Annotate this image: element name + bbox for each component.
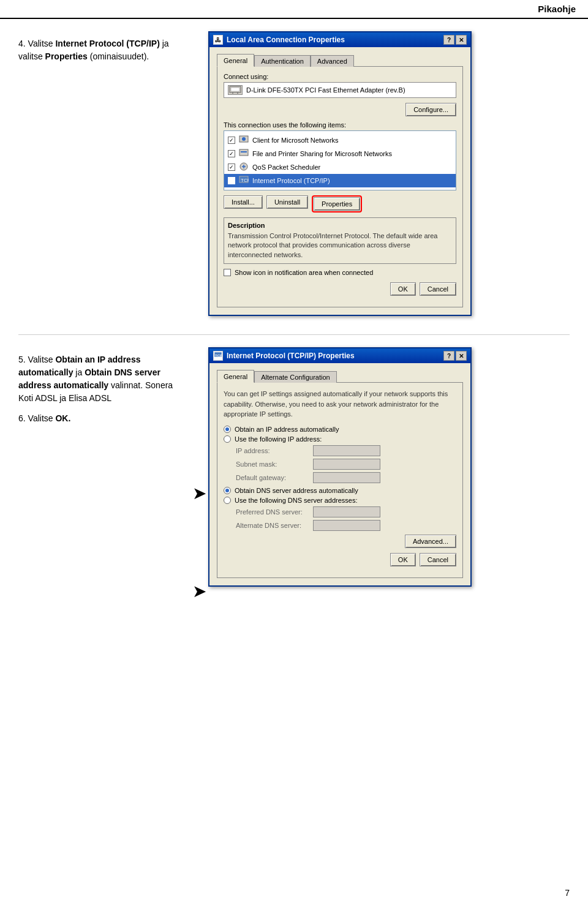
dialog-2-ok-cancel: OK Cancel	[224, 553, 456, 566]
radio-manual-dns-input[interactable]	[224, 497, 231, 504]
tcpip-properties-dialog: ➤ ➤ TCP Internet Protocol (TCP/IP) Prope…	[208, 347, 472, 587]
section-separator	[18, 334, 570, 335]
advanced-button[interactable]: Advanced...	[405, 535, 456, 548]
radio-obtain-dns-input[interactable]	[224, 487, 231, 494]
svg-text:TCP: TCP	[241, 178, 249, 183]
show-icon-label: Show icon in notification area when conn…	[235, 269, 373, 276]
item-2-checkbox[interactable]	[228, 164, 235, 171]
subnet-mask-label: Subnet mask:	[236, 461, 309, 468]
svg-point-5	[242, 137, 246, 141]
close-btn-2[interactable]: ✕	[456, 351, 467, 361]
gateway-label: Default gateway:	[236, 474, 309, 481]
item-1-checkbox[interactable]	[228, 150, 235, 157]
tab-advanced[interactable]: Advanced	[311, 55, 354, 67]
svg-rect-7	[241, 151, 247, 152]
list-item-3[interactable]: TCP Internet Protocol (TCP/IP)	[224, 174, 456, 187]
action-buttons: Install... Uninstall Properties	[224, 195, 456, 212]
section-4-text: 4. Valitse Internet Protocol (TCP/IP) ja…	[18, 31, 190, 67]
dialog-titlebar-1: 🖧 Local Area Connection Properties ? ✕	[209, 32, 470, 47]
description-text: Transmission Control Protocol/Internet P…	[228, 231, 452, 260]
list-item-1: File and Printer Sharing for Microsoft N…	[224, 147, 456, 160]
ip-address-row: IP address:	[236, 445, 456, 456]
network-adapter-icon	[228, 85, 243, 95]
help-btn-2[interactable]: ?	[443, 351, 454, 361]
subnet-mask-row: Subnet mask:	[236, 459, 456, 470]
ip-fields-group: IP address: Subnet mask: Default gateway…	[236, 445, 456, 483]
alternate-dns-row: Alternate DNS server:	[236, 520, 456, 531]
info-text: You can get IP settings assigned automat…	[224, 389, 456, 419]
dialog-2-ok-button[interactable]: OK	[390, 553, 416, 566]
lan-properties-dialog: 🖧 Local Area Connection Properties ? ✕ G…	[208, 31, 472, 316]
radio-obtain-ip-label: Obtain an IP address automatically	[235, 426, 339, 433]
items-label: This connection uses the following items…	[224, 121, 456, 129]
dialog-1-ok-cancel: OK Cancel	[224, 282, 456, 296]
page-header: Pikaohje	[0, 0, 588, 19]
preferred-dns-label: Preferred DNS server:	[236, 508, 309, 516]
section-5-row: 5. Valitse Obtain an IP address automati…	[18, 347, 570, 587]
dns-fields-group: Preferred DNS server: Alternate DNS serv…	[236, 506, 456, 531]
tab-authentication[interactable]: Authentication	[254, 55, 311, 67]
dialog-title-1: Local Area Connection Properties	[227, 36, 345, 44]
tab-general-2[interactable]: General	[217, 370, 254, 383]
preferred-dns-row: Preferred DNS server:	[236, 506, 456, 517]
item-1-icon	[239, 148, 249, 159]
dialog-tabs-1[interactable]: General Authentication Advanced	[217, 53, 463, 66]
configure-button[interactable]: Configure...	[405, 103, 456, 116]
dialog-body-2: General Alternate Configuration You can …	[209, 363, 470, 585]
item-0-icon	[239, 135, 249, 146]
connection-items-list: Client for Microsoft Networks File and P…	[224, 130, 456, 190]
titlebar-buttons-2[interactable]: ? ✕	[443, 351, 467, 361]
list-item-0: Client for Microsoft Networks	[224, 133, 456, 147]
radio-obtain-ip-input[interactable]	[224, 426, 231, 433]
radio-obtain-dns[interactable]: Obtain DNS server address automatically	[224, 487, 456, 494]
step-6-num: 6.	[18, 413, 26, 423]
radio-obtain-ip[interactable]: Obtain an IP address automatically	[224, 426, 456, 433]
alternate-dns-label: Alternate DNS server:	[236, 522, 309, 529]
radio-manual-dns-label: Use the following DNS server addresses:	[235, 497, 358, 504]
radio-manual-dns[interactable]: Use the following DNS server addresses:	[224, 497, 456, 504]
ip-address-input	[313, 445, 380, 456]
dialog-tabs-2[interactable]: General Alternate Configuration	[217, 369, 463, 382]
arrow-indicator-2: ➤	[192, 581, 206, 601]
close-btn[interactable]: ✕	[456, 35, 467, 45]
gateway-row: Default gateway:	[236, 472, 456, 483]
uninstall-button[interactable]: Uninstall	[266, 195, 308, 209]
properties-button[interactable]: Properties	[314, 197, 360, 211]
install-button[interactable]: Install...	[224, 195, 263, 209]
section-5-text: 5. Valitse Obtain an IP address automati…	[18, 347, 190, 429]
tab-content-general-2: You can get IP settings assigned automat…	[217, 382, 463, 578]
subnet-mask-input	[313, 459, 380, 470]
item-3-icon: TCP	[239, 175, 249, 186]
list-item-2-label: QoS Packet Scheduler	[252, 164, 320, 171]
description-box: Description Transmission Control Protoco…	[224, 217, 456, 264]
item-3-checkbox[interactable]	[228, 177, 235, 184]
list-item-0-label: Client for Microsoft Networks	[252, 137, 339, 144]
tab-content-general: Connect using: D-Link DFE-530TX PCI Fast…	[217, 66, 463, 307]
section-4-row: 4. Valitse Internet Protocol (TCP/IP) ja…	[18, 31, 570, 316]
help-btn[interactable]: ?	[443, 35, 454, 45]
tab-general[interactable]: General	[217, 54, 254, 67]
gateway-input	[313, 472, 380, 483]
dialog-1-cancel-button[interactable]: Cancel	[420, 282, 456, 296]
titlebar-buttons[interactable]: ? ✕	[443, 35, 467, 45]
arrow-indicator-1: ➤	[192, 483, 206, 503]
radio-manual-ip[interactable]: Use the following IP address:	[224, 435, 456, 443]
item-0-checkbox[interactable]	[228, 137, 235, 144]
page-title: Pikaohje	[538, 4, 576, 14]
dialog-1-ok-button[interactable]: OK	[390, 282, 416, 296]
radio-manual-ip-input[interactable]	[224, 435, 231, 443]
show-icon-row: Show icon in notification area when conn…	[224, 269, 456, 276]
ip-address-label: IP address:	[236, 447, 309, 454]
list-item-2: QoS Packet Scheduler	[224, 160, 456, 174]
tab-alternate[interactable]: Alternate Configuration	[254, 371, 337, 383]
dialog-icon: 🖧	[213, 35, 223, 45]
list-item-3-label: Internet Protocol (TCP/IP)	[252, 177, 330, 184]
preferred-dns-input	[313, 506, 380, 517]
alternate-dns-input	[313, 520, 380, 531]
connect-using-box: D-Link DFE-530TX PCI Fast Ethernet Adapt…	[224, 82, 456, 98]
description-title: Description	[228, 222, 452, 229]
titlebar-left: 🖧 Local Area Connection Properties	[213, 35, 345, 45]
show-icon-checkbox[interactable]	[224, 269, 231, 276]
list-item-1-label: File and Printer Sharing for Microsoft N…	[252, 150, 392, 157]
dialog-2-cancel-button[interactable]: Cancel	[420, 553, 456, 566]
